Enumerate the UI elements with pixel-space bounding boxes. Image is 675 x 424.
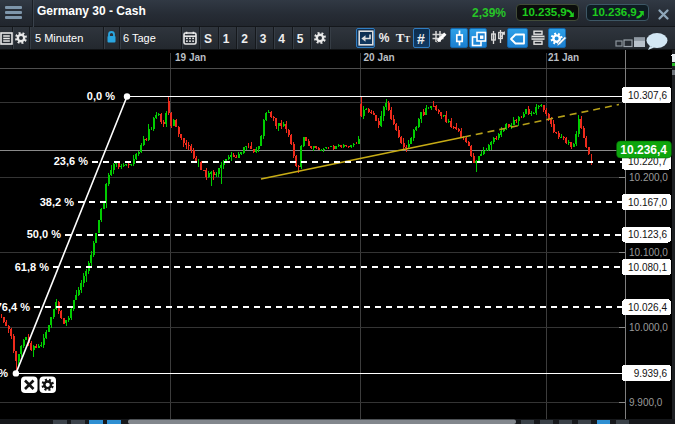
- svg-text:38,2 %: 38,2 %: [40, 196, 74, 208]
- svg-text:10.236,4: 10.236,4: [620, 143, 667, 157]
- svg-text:23,6 %: 23,6 %: [54, 155, 88, 167]
- svg-text:10.100,0: 10.100,0: [629, 247, 668, 258]
- svg-text:10.000,0: 10.000,0: [629, 322, 668, 333]
- svg-text:9.939,6: 9.939,6: [634, 368, 668, 379]
- svg-text:10.200,0: 10.200,0: [629, 172, 668, 183]
- svg-text:9.900,0: 9.900,0: [629, 397, 663, 408]
- svg-text:100,0 %: 100,0 %: [0, 367, 8, 379]
- svg-text:76,4 %: 76,4 %: [0, 301, 30, 313]
- svg-text:21 Jan: 21 Jan: [548, 52, 579, 63]
- svg-text:50,0 %: 50,0 %: [27, 228, 61, 240]
- svg-text:10.026,4: 10.026,4: [628, 302, 667, 313]
- svg-text:0,0 %: 0,0 %: [87, 90, 115, 102]
- svg-text:10.080,1: 10.080,1: [628, 262, 667, 273]
- svg-text:61,8 %: 61,8 %: [15, 261, 49, 273]
- svg-text:20 Jan: 20 Jan: [364, 52, 395, 63]
- svg-text:19 Jan: 19 Jan: [175, 52, 206, 63]
- svg-text:10.123,6: 10.123,6: [628, 229, 667, 240]
- svg-text:10.307,6: 10.307,6: [628, 90, 667, 101]
- svg-text:10.167,0: 10.167,0: [628, 197, 667, 208]
